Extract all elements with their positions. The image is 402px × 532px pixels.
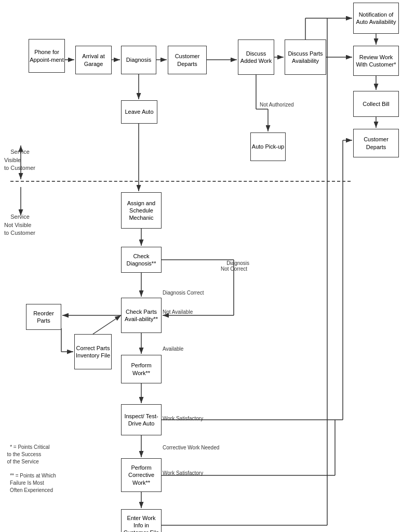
box-check-parts: Check Parts Avail-ability**	[121, 298, 162, 333]
label-work-satisfactory2: Work Satisfactory	[163, 470, 203, 476]
note-failure-points: ** = Points at Which Failure Is Most Oft…	[4, 465, 56, 501]
label-service-not-visible: Service Not Visible to Customer	[4, 205, 35, 245]
box-review-work: Review Work With Customer*	[353, 46, 399, 76]
svg-line-26	[93, 315, 121, 334]
dashed-divider	[10, 181, 351, 182]
box-check-diagnosis: Check Diagnosis**	[121, 247, 162, 273]
label-diagnosis-not-correct: Diagnosis Not Correct	[221, 255, 249, 277]
box-arrival: Arrival at Garage	[75, 46, 112, 74]
box-customer-departs-top: Customer Departs	[168, 46, 207, 74]
label-diagnosis-correct: Diagnosis Correct	[163, 290, 204, 296]
label-not-authorized: Not Authorized	[260, 102, 294, 108]
flowchart-container: Phone for Appoint-ment Arrival at Garage…	[0, 0, 402, 532]
box-enter-work: Enter Work Info in Customer File	[121, 509, 162, 532]
arrows-overlay	[0, 0, 402, 532]
label-corrective-work-needed: Corrective Work Needed	[163, 445, 219, 450]
box-discuss-parts: Discuss Parts Availability	[285, 39, 326, 75]
label-available: Available	[163, 346, 183, 352]
box-phone: Phone for Appoint-ment	[29, 39, 65, 73]
box-perform-work: Perform Work**	[121, 355, 162, 383]
box-correct-parts: Correct Parts Inventory File	[74, 334, 112, 369]
box-collect-bill: Collect Bill	[353, 91, 399, 117]
box-reorder-parts: Reorder Parts	[26, 304, 61, 330]
box-auto-pickup: Auto Pick-up	[250, 132, 286, 161]
box-discuss-added-work: Discuss Added Work	[238, 39, 274, 75]
label-not-available: Not Available	[163, 309, 193, 315]
box-assign-schedule: Assign and Schedule Mechanic	[121, 192, 162, 229]
box-notification: Notification of Auto Availability	[353, 3, 399, 34]
label-work-satisfactory1: Work Satisfactory	[163, 416, 203, 421]
box-diagnosis: Diagnosis	[121, 46, 156, 74]
box-customer-departs-right: Customer Departs	[353, 129, 399, 157]
box-perform-corrective: Perform Corrective Work**	[121, 458, 162, 492]
label-service-visible: Service Visible to Customer	[4, 140, 35, 180]
box-leave-auto: Leave Auto	[121, 100, 157, 124]
box-inspect: Inspect/ Test-Drive Auto	[121, 404, 162, 435]
